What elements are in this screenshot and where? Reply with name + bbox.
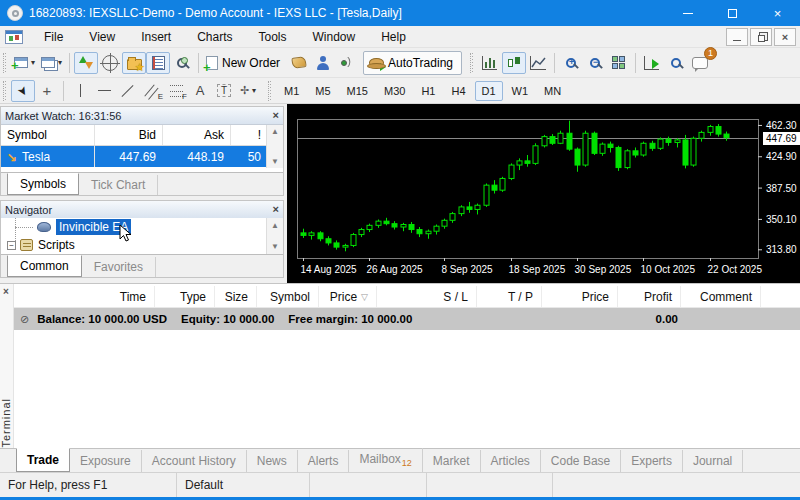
timeframe-button-d1[interactable]: D1 [475, 81, 503, 101]
terminal-column-time[interactable]: Time [14, 286, 155, 307]
navigator-item-scripts[interactable]: − Scripts [1, 236, 266, 254]
terminal-close-button[interactable]: × [3, 286, 9, 297]
terminal-tab-mailbox[interactable]: Mailbox12 [349, 448, 422, 472]
community-button[interactable] [311, 52, 335, 74]
maximize-button[interactable] [710, 0, 755, 26]
terminal-column-type[interactable]: Type [155, 286, 215, 307]
text-tool-button[interactable]: A [188, 80, 212, 102]
candlestick-chart-button[interactable] [502, 52, 526, 74]
timeframe-button-h4[interactable]: H4 [444, 81, 472, 101]
terminal-column-price[interactable]: Price ▽ [319, 286, 377, 307]
candlestick-chart[interactable]: 462.30424.90387.50350.10313.80447.6914 A… [287, 104, 800, 283]
notifications-button[interactable]: 1 [688, 52, 712, 74]
terminal-column-size[interactable]: Size [215, 286, 257, 307]
toolbar-grip[interactable] [268, 81, 273, 101]
scroll-up-icon[interactable]: ▲ [271, 221, 279, 230]
toolbar-grip[interactable] [470, 53, 475, 73]
tab-common[interactable]: Common [7, 255, 82, 277]
strategy-tester-button[interactable] [170, 52, 194, 74]
navigator-item-expert[interactable]: Invincible EA [1, 218, 266, 236]
trendline-button[interactable] [116, 80, 140, 102]
terminal-tab-news[interactable]: News [247, 450, 298, 472]
market-watch-column-[interactable]: ! [231, 125, 268, 145]
crosshair-tool-button[interactable]: + [35, 80, 59, 102]
terminal-tab-exposure[interactable]: Exposure [70, 450, 142, 472]
menu-item-window[interactable]: Window [300, 27, 369, 47]
signals-button[interactable] [335, 52, 359, 74]
menu-item-view[interactable]: View [76, 27, 128, 47]
bar-chart-button[interactable] [478, 52, 502, 74]
tab-tick-chart[interactable]: Tick Chart [79, 175, 158, 195]
navigator-header[interactable]: Navigator × [1, 201, 283, 219]
terminal-column-sl[interactable]: S / L [377, 286, 477, 307]
status-profile[interactable]: Default [177, 473, 310, 497]
terminal-tab-journal[interactable]: Journal [683, 450, 743, 472]
terminal-column-comment[interactable]: Comment [681, 286, 761, 307]
timeframe-button-w1[interactable]: W1 [505, 81, 536, 101]
menu-item-tools[interactable]: Tools [246, 27, 300, 47]
autotrading-button[interactable]: AutoTrading [363, 51, 462, 75]
channel-button[interactable]: E [140, 80, 164, 102]
market-watch-scrollbar[interactable]: ▲ ▼ [266, 125, 283, 168]
zoom-out-button[interactable]: − [583, 52, 607, 74]
minimize-button[interactable] [665, 0, 710, 26]
cursor-tool-button[interactable]: ➤ [11, 80, 35, 102]
timeframe-button-m1[interactable]: M1 [277, 81, 306, 101]
terminal-column-price-2[interactable]: Price [542, 286, 618, 307]
terminal-tab-alerts[interactable]: Alerts [298, 450, 350, 472]
mdi-close-button[interactable]: × [774, 28, 796, 46]
arrows-tool-button[interactable]: ✢▾ [236, 80, 260, 102]
timeframe-button-h1[interactable]: H1 [414, 81, 442, 101]
tree-expander-icon[interactable]: − [7, 241, 16, 250]
profiles-button[interactable]: ▾ [38, 52, 65, 74]
terminal-tab-code-base[interactable]: Code Base [541, 450, 621, 472]
terminal-tab-articles[interactable]: Articles [481, 450, 541, 472]
terminal-tab-account-history[interactable]: Account History [142, 450, 247, 472]
terminal-toggle[interactable] [146, 52, 170, 74]
vertical-line-button[interactable] [68, 80, 92, 102]
fibonacci-button[interactable]: F [164, 80, 188, 102]
text-label-button[interactable]: T [212, 80, 236, 102]
timeframe-button-mn[interactable]: MN [537, 81, 568, 101]
scroll-down-icon[interactable]: ▼ [271, 157, 279, 166]
close-button[interactable]: × [755, 0, 800, 26]
terminal-column-symbol[interactable]: Symbol [257, 286, 319, 307]
navigator-toggle[interactable]: ★ [122, 52, 146, 74]
timeframe-button-m5[interactable]: M5 [308, 81, 337, 101]
market-watch-close-button[interactable]: × [273, 110, 279, 121]
toolbar-grip[interactable] [3, 53, 8, 73]
scroll-up-icon[interactable]: ▲ [271, 127, 279, 136]
timeframe-button-m15[interactable]: M15 [340, 81, 375, 101]
scroll-down-icon[interactable]: ▼ [271, 242, 279, 251]
terminal-column-tp[interactable]: T / P [477, 286, 542, 307]
menu-item-charts[interactable]: Charts [184, 27, 245, 47]
market-watch-column-bid[interactable]: Bid [95, 125, 163, 145]
metaeditor-button[interactable] [287, 52, 311, 74]
market-watch-column-ask[interactable]: Ask [163, 125, 231, 145]
zoom-in-button[interactable]: + [559, 52, 583, 74]
new-order-button[interactable]: + New Order [203, 52, 287, 74]
balance-row[interactable]: ⊘ Balance: 10 000.00 USD Equity: 10 000.… [14, 308, 800, 330]
new-chart-button[interactable]: + ▾ [11, 52, 38, 74]
chart-window[interactable]: ▼ Tesla,Daily 447.31 449.35 446.87 447.6… [287, 104, 800, 283]
terminal-tab-experts[interactable]: Experts [621, 450, 683, 472]
toolbar-grip[interactable] [3, 81, 8, 101]
horizontal-line-button[interactable] [92, 80, 116, 102]
market-watch-column-symbol[interactable]: Symbol [1, 125, 95, 145]
market-watch-header[interactable]: Market Watch: 16:31:56 × [1, 107, 283, 125]
tab-symbols[interactable]: Symbols [7, 173, 79, 195]
terminal-tab-trade[interactable]: Trade [16, 448, 70, 472]
mdi-restore-button[interactable] [750, 28, 772, 46]
menu-item-file[interactable]: File [31, 27, 76, 47]
auto-scroll-button[interactable] [640, 52, 664, 74]
menu-item-insert[interactable]: Insert [128, 27, 184, 47]
market-watch-toggle[interactable] [74, 52, 98, 74]
line-chart-button[interactable] [526, 52, 550, 74]
navigator-item-label[interactable]: Scripts [38, 238, 75, 252]
navigator-close-button[interactable]: × [273, 204, 279, 215]
market-watch-row-tesla[interactable]: ↘Tesla447.69448.1950 [1, 146, 283, 167]
data-window-button[interactable] [98, 52, 122, 74]
tab-favorites[interactable]: Favorites [82, 257, 156, 277]
timeframe-button-m30[interactable]: M30 [377, 81, 412, 101]
mdi-minimize-button[interactable] [726, 28, 748, 46]
